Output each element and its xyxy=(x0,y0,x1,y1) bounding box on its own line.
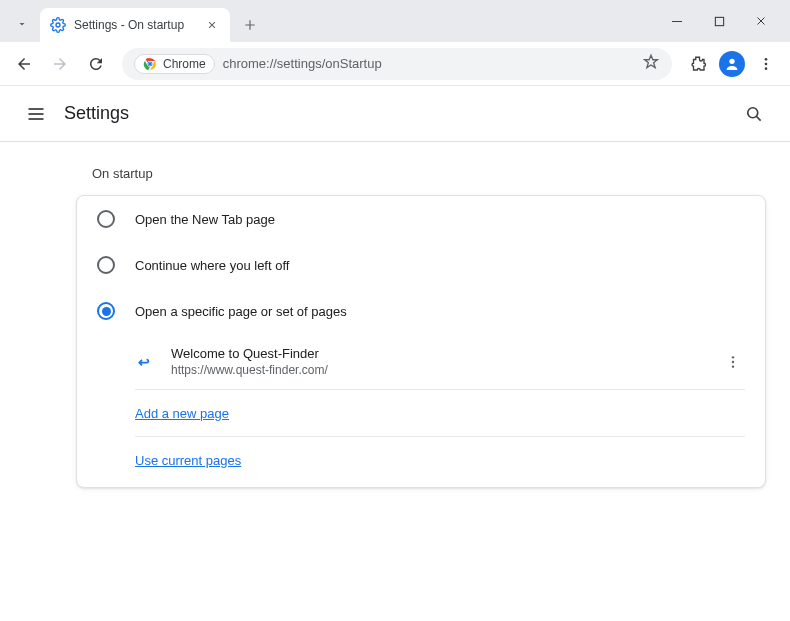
radio-specific-pages[interactable]: Open a specific page or set of pages xyxy=(77,288,765,334)
avatar xyxy=(719,51,745,77)
close-icon xyxy=(755,15,767,27)
radio-label: Open the New Tab page xyxy=(135,212,275,227)
startup-pages-list: ↩ Welcome to Quest-Finder https://www.qu… xyxy=(77,334,765,487)
kebab-icon xyxy=(725,354,741,370)
svg-point-15 xyxy=(732,365,734,367)
use-current-row: Use current pages xyxy=(135,437,745,487)
radio-open-newtab[interactable]: Open the New Tab page xyxy=(77,196,765,242)
tab-search-dropdown[interactable] xyxy=(8,10,36,38)
close-window-button[interactable] xyxy=(740,5,782,37)
svg-rect-2 xyxy=(715,17,723,25)
radio-icon-selected xyxy=(97,302,115,320)
page-title: Settings xyxy=(64,103,129,124)
add-page-link[interactable]: Add a new page xyxy=(135,406,229,421)
arrow-left-icon xyxy=(15,55,33,73)
minimize-icon xyxy=(671,15,683,27)
startup-page-url: https://www.quest-finder.com/ xyxy=(171,363,721,377)
toolbar: Chrome chrome://settings/onStartup xyxy=(0,42,790,86)
startup-page-title: Welcome to Quest-Finder xyxy=(171,346,721,361)
tab-title: Settings - On startup xyxy=(74,18,204,32)
puzzle-icon xyxy=(689,55,707,73)
site-chip[interactable]: Chrome xyxy=(134,54,215,74)
svg-point-0 xyxy=(56,23,60,27)
use-current-pages-link[interactable]: Use current pages xyxy=(135,453,241,468)
reload-button[interactable] xyxy=(80,48,112,80)
add-page-row: Add a new page xyxy=(135,390,745,437)
content-area: On startup Open the New Tab page Continu… xyxy=(0,142,790,488)
forward-button[interactable] xyxy=(44,48,76,80)
svg-point-8 xyxy=(729,58,734,63)
radio-icon xyxy=(97,210,115,228)
kebab-icon xyxy=(758,56,774,72)
maximize-button[interactable] xyxy=(698,5,740,37)
svg-point-13 xyxy=(732,356,734,358)
browser-tab[interactable]: Settings - On startup xyxy=(40,8,230,42)
page-more-button[interactable] xyxy=(721,350,745,374)
svg-point-12 xyxy=(748,107,758,117)
maximize-icon xyxy=(714,16,725,27)
radio-icon xyxy=(97,256,115,274)
hamburger-icon xyxy=(26,104,46,124)
profile-button[interactable] xyxy=(716,48,748,80)
search-settings-button[interactable] xyxy=(734,94,774,134)
plus-icon xyxy=(243,18,257,32)
startup-card: Open the New Tab page Continue where you… xyxy=(76,195,766,488)
site-chip-label: Chrome xyxy=(163,57,206,71)
page-favicon: ↩ xyxy=(135,353,153,371)
extensions-button[interactable] xyxy=(682,48,714,80)
svg-point-7 xyxy=(149,62,152,65)
hamburger-menu-button[interactable] xyxy=(16,94,56,134)
radio-continue[interactable]: Continue where you left off xyxy=(77,242,765,288)
chevron-down-icon xyxy=(16,18,28,30)
menu-button[interactable] xyxy=(750,48,782,80)
startup-page-row: ↩ Welcome to Quest-Finder https://www.qu… xyxy=(135,334,745,390)
settings-favicon xyxy=(50,17,66,33)
section-title: On startup xyxy=(76,166,766,181)
radio-label: Open a specific page or set of pages xyxy=(135,304,347,319)
svg-point-14 xyxy=(732,360,734,362)
close-icon xyxy=(207,20,217,30)
window-controls xyxy=(656,0,782,42)
settings-header: Settings xyxy=(0,86,790,142)
search-icon xyxy=(744,104,764,124)
new-tab-button[interactable] xyxy=(236,11,264,39)
back-button[interactable] xyxy=(8,48,40,80)
radio-label: Continue where you left off xyxy=(135,258,289,273)
page-info: Welcome to Quest-Finder https://www.ques… xyxy=(171,346,721,377)
bookmark-button[interactable] xyxy=(642,53,660,75)
minimize-button[interactable] xyxy=(656,5,698,37)
svg-point-11 xyxy=(765,67,768,70)
person-icon xyxy=(724,56,740,72)
omnibox[interactable]: Chrome chrome://settings/onStartup xyxy=(122,48,672,80)
titlebar: Settings - On startup xyxy=(0,0,790,42)
chrome-icon xyxy=(143,57,157,71)
arrow-right-icon xyxy=(51,55,69,73)
star-icon xyxy=(642,53,660,71)
svg-rect-1 xyxy=(672,21,682,22)
close-tab-button[interactable] xyxy=(204,17,220,33)
svg-point-9 xyxy=(765,58,768,61)
svg-point-10 xyxy=(765,62,768,65)
url-text: chrome://settings/onStartup xyxy=(223,56,642,71)
reload-icon xyxy=(87,55,105,73)
